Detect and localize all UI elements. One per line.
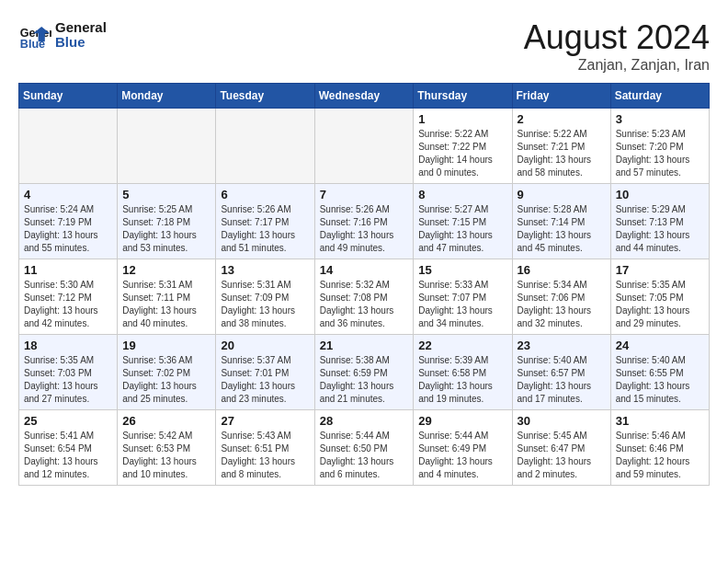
calendar-cell: 17Sunrise: 5:35 AM Sunset: 7:05 PM Dayli…: [610, 259, 709, 335]
day-number: 14: [320, 263, 409, 277]
day-number: 25: [24, 414, 112, 428]
calendar-header-row: Sunday Monday Tuesday Wednesday Thursday…: [19, 84, 710, 109]
calendar-cell: 25Sunrise: 5:41 AM Sunset: 6:54 PM Dayli…: [19, 410, 118, 486]
title-block: August 2024 Zanjan, Zanjan, Iran: [524, 18, 710, 74]
calendar-cell: 4Sunrise: 5:24 AM Sunset: 7:19 PM Daylig…: [19, 184, 118, 259]
day-number: 26: [122, 414, 210, 428]
calendar-cell: 31Sunrise: 5:46 AM Sunset: 6:46 PM Dayli…: [610, 410, 709, 486]
day-info: Sunrise: 5:46 AM Sunset: 6:46 PM Dayligh…: [616, 430, 704, 481]
calendar-cell: 8Sunrise: 5:27 AM Sunset: 7:15 PM Daylig…: [414, 184, 512, 259]
day-number: 10: [616, 188, 704, 201]
calendar-cell: 12Sunrise: 5:31 AM Sunset: 7:11 PM Dayli…: [118, 259, 216, 335]
calendar-week-row: 25Sunrise: 5:41 AM Sunset: 6:54 PM Dayli…: [19, 410, 710, 486]
calendar-cell: 27Sunrise: 5:43 AM Sunset: 6:51 PM Dayli…: [216, 410, 314, 486]
header-monday: Monday: [118, 84, 216, 109]
day-info: Sunrise: 5:22 AM Sunset: 7:21 PM Dayligh…: [518, 128, 606, 179]
day-info: Sunrise: 5:38 AM Sunset: 6:59 PM Dayligh…: [320, 354, 409, 406]
day-info: Sunrise: 5:44 AM Sunset: 6:50 PM Dayligh…: [320, 430, 409, 481]
calendar-cell: 21Sunrise: 5:38 AM Sunset: 6:59 PM Dayli…: [314, 335, 414, 410]
calendar-cell: 28Sunrise: 5:44 AM Sunset: 6:50 PM Dayli…: [314, 410, 414, 486]
calendar-cell: 24Sunrise: 5:40 AM Sunset: 6:55 PM Dayli…: [610, 335, 709, 410]
header-saturday: Saturday: [610, 84, 709, 109]
day-info: Sunrise: 5:32 AM Sunset: 7:08 PM Dayligh…: [320, 279, 409, 330]
calendar-cell: 6Sunrise: 5:26 AM Sunset: 7:17 PM Daylig…: [216, 184, 314, 259]
day-number: 5: [122, 188, 210, 201]
calendar-week-row: 11Sunrise: 5:30 AM Sunset: 7:12 PM Dayli…: [19, 259, 710, 335]
day-number: 3: [616, 112, 704, 126]
day-info: Sunrise: 5:37 AM Sunset: 7:01 PM Dayligh…: [221, 354, 309, 406]
day-number: 6: [221, 188, 309, 201]
calendar-cell: 18Sunrise: 5:35 AM Sunset: 7:03 PM Dayli…: [19, 335, 118, 410]
day-info: Sunrise: 5:26 AM Sunset: 7:17 PM Dayligh…: [221, 203, 309, 255]
calendar-cell: 13Sunrise: 5:31 AM Sunset: 7:09 PM Dayli…: [216, 259, 314, 335]
day-number: 4: [24, 188, 112, 201]
day-number: 1: [418, 112, 506, 126]
day-number: 2: [518, 112, 606, 126]
day-number: 24: [616, 339, 704, 352]
calendar-cell: 16Sunrise: 5:34 AM Sunset: 7:06 PM Dayli…: [512, 259, 610, 335]
day-info: Sunrise: 5:42 AM Sunset: 6:53 PM Dayligh…: [122, 430, 210, 481]
day-info: Sunrise: 5:43 AM Sunset: 6:51 PM Dayligh…: [221, 430, 309, 481]
calendar-cell: [19, 109, 118, 184]
day-number: 23: [518, 339, 606, 352]
day-number: 9: [518, 188, 606, 201]
day-info: Sunrise: 5:39 AM Sunset: 6:58 PM Dayligh…: [418, 354, 506, 406]
location: Zanjan, Zanjan, Iran: [524, 57, 710, 74]
calendar-week-row: 18Sunrise: 5:35 AM Sunset: 7:03 PM Dayli…: [19, 335, 710, 410]
calendar-cell: 26Sunrise: 5:42 AM Sunset: 6:53 PM Dayli…: [118, 410, 216, 486]
day-info: Sunrise: 5:24 AM Sunset: 7:19 PM Dayligh…: [24, 203, 112, 255]
day-number: 17: [616, 263, 704, 277]
calendar-cell: 30Sunrise: 5:45 AM Sunset: 6:47 PM Dayli…: [512, 410, 610, 486]
header-tuesday: Tuesday: [216, 84, 314, 109]
calendar-cell: [314, 109, 414, 184]
day-info: Sunrise: 5:36 AM Sunset: 7:02 PM Dayligh…: [122, 354, 210, 406]
day-number: 15: [418, 263, 506, 277]
calendar-cell: 20Sunrise: 5:37 AM Sunset: 7:01 PM Dayli…: [216, 335, 314, 410]
day-info: Sunrise: 5:28 AM Sunset: 7:14 PM Dayligh…: [518, 203, 606, 255]
calendar-cell: 23Sunrise: 5:40 AM Sunset: 6:57 PM Dayli…: [512, 335, 610, 410]
calendar-cell: 1Sunrise: 5:22 AM Sunset: 7:22 PM Daylig…: [414, 109, 512, 184]
calendar-cell: 3Sunrise: 5:23 AM Sunset: 7:20 PM Daylig…: [610, 109, 709, 184]
day-number: 29: [418, 414, 506, 428]
header-thursday: Thursday: [414, 84, 512, 109]
day-info: Sunrise: 5:45 AM Sunset: 6:47 PM Dayligh…: [518, 430, 606, 481]
logo-icon: General Blue: [18, 18, 51, 52]
day-number: 7: [320, 188, 409, 201]
day-number: 28: [320, 414, 409, 428]
day-info: Sunrise: 5:40 AM Sunset: 6:55 PM Dayligh…: [616, 354, 704, 406]
calendar-cell: 15Sunrise: 5:33 AM Sunset: 7:07 PM Dayli…: [414, 259, 512, 335]
header-friday: Friday: [512, 84, 610, 109]
header-sunday: Sunday: [19, 84, 118, 109]
day-number: 31: [616, 414, 704, 428]
calendar-cell: 5Sunrise: 5:25 AM Sunset: 7:18 PM Daylig…: [118, 184, 216, 259]
day-info: Sunrise: 5:33 AM Sunset: 7:07 PM Dayligh…: [418, 279, 506, 330]
day-info: Sunrise: 5:30 AM Sunset: 7:12 PM Dayligh…: [24, 279, 112, 330]
day-number: 18: [24, 339, 112, 352]
day-info: Sunrise: 5:40 AM Sunset: 6:57 PM Dayligh…: [518, 354, 606, 406]
calendar-cell: [118, 109, 216, 184]
logo: General Blue General Blue: [18, 18, 107, 52]
day-number: 13: [221, 263, 309, 277]
calendar-cell: 29Sunrise: 5:44 AM Sunset: 6:49 PM Dayli…: [414, 410, 512, 486]
calendar-cell: 9Sunrise: 5:28 AM Sunset: 7:14 PM Daylig…: [512, 184, 610, 259]
calendar-week-row: 1Sunrise: 5:22 AM Sunset: 7:22 PM Daylig…: [19, 109, 710, 184]
month-year: August 2024: [524, 18, 710, 57]
day-number: 8: [418, 188, 506, 201]
day-info: Sunrise: 5:29 AM Sunset: 7:13 PM Dayligh…: [616, 203, 704, 255]
day-info: Sunrise: 5:22 AM Sunset: 7:22 PM Dayligh…: [418, 128, 506, 179]
day-number: 27: [221, 414, 309, 428]
day-number: 22: [418, 339, 506, 352]
calendar-cell: [216, 109, 314, 184]
day-info: Sunrise: 5:34 AM Sunset: 7:06 PM Dayligh…: [518, 279, 606, 330]
day-info: Sunrise: 5:23 AM Sunset: 7:20 PM Dayligh…: [616, 128, 704, 179]
day-info: Sunrise: 5:35 AM Sunset: 7:03 PM Dayligh…: [24, 354, 112, 406]
calendar-cell: 11Sunrise: 5:30 AM Sunset: 7:12 PM Dayli…: [19, 259, 118, 335]
day-info: Sunrise: 5:31 AM Sunset: 7:11 PM Dayligh…: [122, 279, 210, 330]
calendar-table: Sunday Monday Tuesday Wednesday Thursday…: [18, 83, 710, 486]
page-header: General Blue General Blue August 2024 Za…: [18, 18, 710, 74]
day-info: Sunrise: 5:44 AM Sunset: 6:49 PM Dayligh…: [418, 430, 506, 481]
day-number: 16: [518, 263, 606, 277]
day-number: 21: [320, 339, 409, 352]
calendar-cell: 19Sunrise: 5:36 AM Sunset: 7:02 PM Dayli…: [118, 335, 216, 410]
day-number: 11: [24, 263, 112, 277]
